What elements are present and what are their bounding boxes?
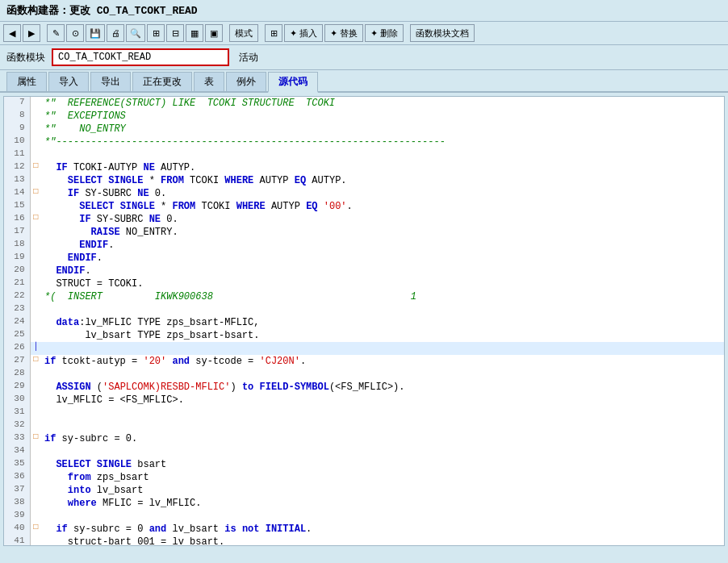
line-number: 32 xyxy=(4,419,30,432)
line-number: 40 xyxy=(4,523,30,536)
grid2-button[interactable]: ⊟ xyxy=(166,24,184,42)
tab-tables[interactable]: 表 xyxy=(194,72,224,91)
line-marker: □ xyxy=(30,432,41,445)
table-row: 33□if sy-subrc = 0. xyxy=(4,432,724,445)
save-button[interactable]: 💾 xyxy=(86,24,105,42)
line-number: 25 xyxy=(4,329,30,342)
grid3-button[interactable]: ▦ xyxy=(186,24,203,42)
tab-exceptions[interactable]: 例外 xyxy=(226,72,266,91)
line-number: 37 xyxy=(4,484,30,497)
line-number: 16 xyxy=(4,213,30,226)
table-row: 16□ IF SY-SUBRC NE 0. xyxy=(4,213,724,226)
code-area[interactable]: 7*" REFERENCE(STRUCT) LIKE TCOKI STRUCTU… xyxy=(3,96,725,546)
table-row: 7*" REFERENCE(STRUCT) LIKE TCOKI STRUCTU… xyxy=(4,97,724,110)
line-marker xyxy=(30,497,41,510)
table-row: 27□if tcokt-autyp = '20' and sy-tcode = … xyxy=(4,355,724,368)
code-line xyxy=(41,342,724,355)
line-marker: □ xyxy=(30,523,41,536)
line-marker xyxy=(30,536,41,546)
line-marker xyxy=(30,303,41,316)
code-line: ENDIF. xyxy=(41,239,724,252)
table-row: 12□ IF TCOKI-AUTYP NE AUTYP. xyxy=(4,161,724,174)
module-input[interactable] xyxy=(52,48,229,66)
code-line xyxy=(41,148,724,161)
line-number: 22 xyxy=(4,290,30,303)
code-line: IF TCOKI-AUTYP NE AUTYP. xyxy=(41,161,724,174)
line-number: 36 xyxy=(4,471,30,484)
line-marker: □ xyxy=(30,355,41,368)
print-button[interactable]: 🖨 xyxy=(107,24,124,42)
code-line: *( INSERT IKWK900638 1 xyxy=(41,290,724,303)
code-line: STRUCT = TCOKI. xyxy=(41,277,724,290)
tab-sourcecode[interactable]: 源代码 xyxy=(268,72,318,93)
tab-export[interactable]: 导出 xyxy=(90,72,131,91)
line-number: 17 xyxy=(4,226,30,239)
table-row: 23 xyxy=(4,303,724,316)
line-marker xyxy=(30,458,41,471)
table-row: 20 ENDIF. xyxy=(4,265,724,277)
insert-button[interactable]: ✦ 插入 xyxy=(284,24,323,42)
line-number: 12 xyxy=(4,161,30,174)
table-row: 10*"------------------------------------… xyxy=(4,136,724,148)
code-line: ENDIF. xyxy=(41,252,724,265)
funcmod-doc-button[interactable]: 函数模块文档 xyxy=(410,24,475,42)
code-line: data:lv_MFLIC TYPE zps_bsart-MFLIC, xyxy=(41,316,724,329)
code-line: IF SY-SUBRC NE 0. xyxy=(41,187,724,200)
table-row: 22*( INSERT IKWK900638 1 xyxy=(4,290,724,303)
table-row: 39 xyxy=(4,510,724,523)
forward-button[interactable]: ▶ xyxy=(23,24,40,42)
back-button[interactable]: ◀ xyxy=(3,24,21,42)
tab-changing[interactable]: 正在更改 xyxy=(132,72,192,91)
table-row: 21 STRUCT = TCOKI. xyxy=(4,277,724,290)
table-row: 32 xyxy=(4,419,724,432)
line-marker xyxy=(30,368,41,381)
line-marker: □ xyxy=(30,161,41,174)
line-marker xyxy=(30,136,41,148)
expand-button[interactable]: ⊞ xyxy=(265,24,282,42)
code-line xyxy=(41,419,724,432)
tab-import[interactable]: 导入 xyxy=(48,72,89,91)
line-number: 14 xyxy=(4,187,30,200)
code-line: lv_bsart TYPE zps_bsart-bsart. xyxy=(41,329,724,342)
table-row: 38 where MFLIC = lv_MFLIC. xyxy=(4,497,724,510)
line-number: 26 xyxy=(4,342,30,355)
line-marker xyxy=(30,407,41,419)
line-number: 28 xyxy=(4,368,30,381)
block-button[interactable]: ▣ xyxy=(205,24,223,42)
edit-button[interactable]: ✎ xyxy=(47,24,65,42)
line-number: 29 xyxy=(4,381,30,394)
circle-button[interactable]: ⊙ xyxy=(66,24,84,42)
line-marker xyxy=(30,290,41,303)
line-marker xyxy=(30,445,41,458)
find-button[interactable]: 🔍 xyxy=(126,24,145,42)
table-row: 36 from zps_bsart xyxy=(4,471,724,484)
line-number: 20 xyxy=(4,265,30,277)
table-row: 25 lv_bsart TYPE zps_bsart-bsart. xyxy=(4,329,724,342)
line-marker xyxy=(30,97,41,110)
table-row: 26│ xyxy=(4,342,724,355)
line-number: 35 xyxy=(4,458,30,471)
code-line: *" EXCEPTIONS xyxy=(41,110,724,123)
code-line: ASSIGN ('SAPLCOMK)RESBD-MFLIC') to FIELD… xyxy=(41,381,724,394)
module-label: 函数模块 xyxy=(6,51,45,65)
mode-button[interactable]: 模式 xyxy=(229,24,258,42)
table-row: 11 xyxy=(4,148,724,161)
line-number: 18 xyxy=(4,239,30,252)
toolbar: ◀ ▶ ✎ ⊙ 💾 🖨 🔍 ⊞ ⊟ ▦ ▣ 模式 ⊞ ✦ 插入 ✦ 替换 ✦ 删… xyxy=(0,22,728,45)
line-marker xyxy=(30,239,41,252)
table-row: 28 xyxy=(4,368,724,381)
table-row: 30 lv_MFLIC = <FS_MFLIC>. xyxy=(4,394,724,407)
table-row: 24 data:lv_MFLIC TYPE zps_bsart-MFLIC, xyxy=(4,316,724,329)
code-line: RAISE NO_ENTRY. xyxy=(41,226,724,239)
code-line: into lv_bsart xyxy=(41,484,724,497)
line-marker xyxy=(30,316,41,329)
replace-button[interactable]: ✦ 替换 xyxy=(324,24,363,42)
code-line: SELECT SINGLE bsart xyxy=(41,458,724,471)
code-line: SELECT SINGLE * FROM TCOKI WHERE AUTYP E… xyxy=(41,174,724,187)
code-line: SELECT SINGLE * FROM TCOKI WHERE AUTYP E… xyxy=(41,200,724,213)
code-line: lv_MFLIC = <FS_MFLIC>. xyxy=(41,394,724,407)
line-marker xyxy=(30,148,41,161)
delete-button[interactable]: ✦ 删除 xyxy=(365,24,404,42)
tab-attributes[interactable]: 属性 xyxy=(6,72,47,91)
grid-button[interactable]: ⊞ xyxy=(147,24,165,42)
